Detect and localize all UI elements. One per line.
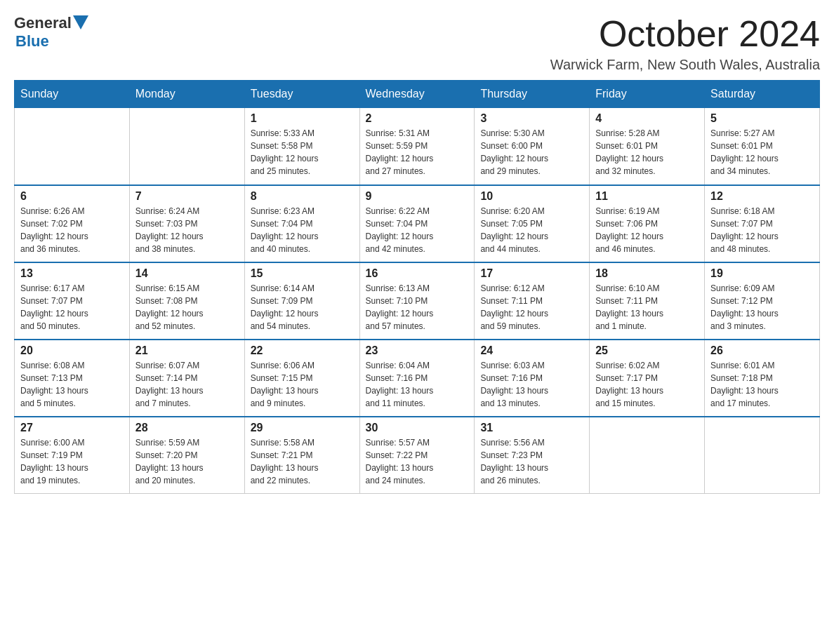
day-info: Sunrise: 5:28 AM Sunset: 6:01 PM Dayligh… [595, 127, 699, 177]
day-number: 1 [251, 112, 354, 125]
logo-blue: Blue [15, 32, 49, 51]
day-info: Sunrise: 6:26 AM Sunset: 7:02 PM Dayligh… [20, 205, 124, 255]
weekday-header-saturday: Saturday [705, 81, 820, 108]
day-number: 19 [710, 267, 814, 280]
calendar-cell: 7Sunrise: 6:24 AM Sunset: 7:03 PM Daylig… [129, 185, 244, 262]
day-info: Sunrise: 6:20 AM Sunset: 7:05 PM Dayligh… [480, 205, 583, 255]
day-info: Sunrise: 6:09 AM Sunset: 7:12 PM Dayligh… [710, 282, 814, 333]
weekday-header-monday: Monday [129, 81, 244, 108]
calendar-cell: 26Sunrise: 6:01 AM Sunset: 7:18 PM Dayli… [705, 340, 820, 417]
calendar-cell: 1Sunrise: 5:33 AM Sunset: 5:58 PM Daylig… [244, 108, 359, 185]
svg-marker-0 [73, 15, 88, 29]
calendar-cell: 6Sunrise: 6:26 AM Sunset: 7:02 PM Daylig… [15, 185, 130, 262]
day-info: Sunrise: 6:01 AM Sunset: 7:18 PM Dayligh… [710, 359, 814, 410]
day-info: Sunrise: 6:18 AM Sunset: 7:07 PM Dayligh… [710, 205, 814, 255]
day-info: Sunrise: 6:13 AM Sunset: 7:10 PM Dayligh… [366, 282, 469, 333]
day-info: Sunrise: 6:19 AM Sunset: 7:06 PM Dayligh… [595, 205, 699, 255]
day-number: 31 [480, 422, 583, 434]
calendar-table: SundayMondayTuesdayWednesdayThursdayFrid… [14, 80, 820, 494]
calendar-cell [129, 108, 244, 185]
day-number: 4 [595, 112, 699, 125]
calendar-cell: 30Sunrise: 5:57 AM Sunset: 7:22 PM Dayli… [359, 417, 475, 494]
day-info: Sunrise: 6:17 AM Sunset: 7:07 PM Dayligh… [20, 282, 124, 333]
day-info: Sunrise: 6:08 AM Sunset: 7:13 PM Dayligh… [20, 359, 124, 410]
weekday-header-wednesday: Wednesday [359, 81, 475, 108]
calendar-cell: 4Sunrise: 5:28 AM Sunset: 6:01 PM Daylig… [590, 108, 705, 185]
day-number: 24 [480, 344, 583, 357]
day-info: Sunrise: 5:59 AM Sunset: 7:20 PM Dayligh… [135, 436, 239, 487]
day-number: 30 [366, 422, 469, 434]
calendar-cell [590, 417, 705, 494]
day-info: Sunrise: 6:00 AM Sunset: 7:19 PM Dayligh… [20, 436, 124, 487]
calendar-cell: 18Sunrise: 6:10 AM Sunset: 7:11 PM Dayli… [590, 262, 705, 340]
day-info: Sunrise: 5:27 AM Sunset: 6:01 PM Dayligh… [710, 127, 814, 177]
calendar-cell: 24Sunrise: 6:03 AM Sunset: 7:16 PM Dayli… [475, 340, 590, 417]
calendar-cell: 27Sunrise: 6:00 AM Sunset: 7:19 PM Dayli… [15, 417, 130, 494]
calendar-cell [15, 108, 130, 185]
day-number: 20 [20, 344, 124, 357]
day-number: 18 [595, 267, 699, 280]
week-row-2: 6Sunrise: 6:26 AM Sunset: 7:02 PM Daylig… [15, 185, 820, 262]
weekday-header-thursday: Thursday [475, 81, 590, 108]
logo-general: General [14, 14, 72, 32]
day-number: 3 [480, 112, 583, 125]
calendar-cell: 17Sunrise: 6:12 AM Sunset: 7:11 PM Dayli… [475, 262, 590, 340]
day-number: 9 [366, 190, 469, 203]
calendar-cell: 31Sunrise: 5:56 AM Sunset: 7:23 PM Dayli… [475, 417, 590, 494]
calendar-cell: 19Sunrise: 6:09 AM Sunset: 7:12 PM Dayli… [705, 262, 820, 340]
logo: General Blue [14, 14, 88, 51]
day-info: Sunrise: 6:04 AM Sunset: 7:16 PM Dayligh… [366, 359, 469, 410]
day-number: 27 [20, 422, 124, 434]
weekday-header-friday: Friday [590, 81, 705, 108]
calendar-cell: 15Sunrise: 6:14 AM Sunset: 7:09 PM Dayli… [244, 262, 359, 340]
day-info: Sunrise: 6:15 AM Sunset: 7:08 PM Dayligh… [135, 282, 239, 333]
day-info: Sunrise: 6:14 AM Sunset: 7:09 PM Dayligh… [251, 282, 354, 333]
weekday-header-tuesday: Tuesday [244, 81, 359, 108]
week-row-4: 20Sunrise: 6:08 AM Sunset: 7:13 PM Dayli… [15, 340, 820, 417]
day-info: Sunrise: 5:30 AM Sunset: 6:00 PM Dayligh… [480, 127, 583, 177]
day-info: Sunrise: 6:24 AM Sunset: 7:03 PM Dayligh… [135, 205, 239, 255]
week-row-3: 13Sunrise: 6:17 AM Sunset: 7:07 PM Dayli… [15, 262, 820, 340]
calendar-cell: 20Sunrise: 6:08 AM Sunset: 7:13 PM Dayli… [15, 340, 130, 417]
day-info: Sunrise: 6:06 AM Sunset: 7:15 PM Dayligh… [251, 359, 354, 410]
calendar-cell: 14Sunrise: 6:15 AM Sunset: 7:08 PM Dayli… [129, 262, 244, 340]
weekday-header-sunday: Sunday [15, 81, 130, 108]
day-number: 15 [251, 267, 354, 280]
day-number: 28 [135, 422, 239, 434]
day-info: Sunrise: 6:02 AM Sunset: 7:17 PM Dayligh… [595, 359, 699, 410]
day-info: Sunrise: 5:31 AM Sunset: 5:59 PM Dayligh… [366, 127, 469, 177]
day-info: Sunrise: 6:23 AM Sunset: 7:04 PM Dayligh… [251, 205, 354, 255]
month-year-title: October 2024 [550, 14, 820, 54]
day-number: 17 [480, 267, 583, 280]
day-info: Sunrise: 5:33 AM Sunset: 5:58 PM Dayligh… [251, 127, 354, 177]
day-info: Sunrise: 6:07 AM Sunset: 7:14 PM Dayligh… [135, 359, 239, 410]
day-info: Sunrise: 6:03 AM Sunset: 7:16 PM Dayligh… [480, 359, 583, 410]
calendar-cell: 3Sunrise: 5:30 AM Sunset: 6:00 PM Daylig… [475, 108, 590, 185]
calendar-cell: 13Sunrise: 6:17 AM Sunset: 7:07 PM Dayli… [15, 262, 130, 340]
day-number: 13 [20, 267, 124, 280]
calendar-cell: 21Sunrise: 6:07 AM Sunset: 7:14 PM Dayli… [129, 340, 244, 417]
day-number: 5 [710, 112, 814, 125]
calendar-cell: 23Sunrise: 6:04 AM Sunset: 7:16 PM Dayli… [359, 340, 475, 417]
calendar-cell: 16Sunrise: 6:13 AM Sunset: 7:10 PM Dayli… [359, 262, 475, 340]
day-info: Sunrise: 6:10 AM Sunset: 7:11 PM Dayligh… [595, 282, 699, 333]
day-info: Sunrise: 5:57 AM Sunset: 7:22 PM Dayligh… [366, 436, 469, 487]
day-number: 7 [135, 190, 239, 203]
day-number: 16 [366, 267, 469, 280]
day-info: Sunrise: 5:58 AM Sunset: 7:21 PM Dayligh… [251, 436, 354, 487]
calendar-cell: 8Sunrise: 6:23 AM Sunset: 7:04 PM Daylig… [244, 185, 359, 262]
calendar-cell: 5Sunrise: 5:27 AM Sunset: 6:01 PM Daylig… [705, 108, 820, 185]
week-row-5: 27Sunrise: 6:00 AM Sunset: 7:19 PM Dayli… [15, 417, 820, 494]
calendar-cell: 2Sunrise: 5:31 AM Sunset: 5:59 PM Daylig… [359, 108, 475, 185]
page-header: General Blue October 2024 Warwick Farm, … [14, 14, 820, 73]
calendar-cell: 11Sunrise: 6:19 AM Sunset: 7:06 PM Dayli… [590, 185, 705, 262]
day-number: 12 [710, 190, 814, 203]
day-info: Sunrise: 5:56 AM Sunset: 7:23 PM Dayligh… [480, 436, 583, 487]
day-number: 22 [251, 344, 354, 357]
day-number: 25 [595, 344, 699, 357]
calendar-header-row: SundayMondayTuesdayWednesdayThursdayFrid… [15, 81, 820, 108]
day-number: 26 [710, 344, 814, 357]
calendar-cell: 28Sunrise: 5:59 AM Sunset: 7:20 PM Dayli… [129, 417, 244, 494]
day-number: 29 [251, 422, 354, 434]
day-number: 10 [480, 190, 583, 203]
